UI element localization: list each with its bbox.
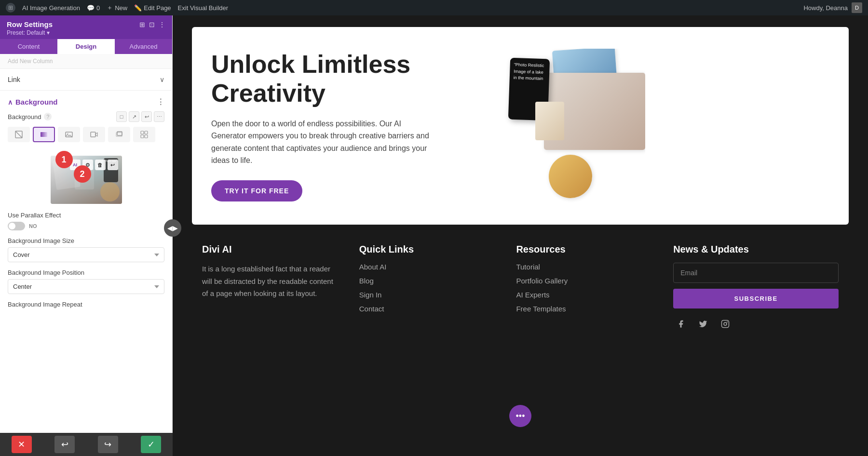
bg-size-select[interactable]: Cover Contain Auto [8,247,164,262]
wp-logo[interactable]: ⊞ [6,3,15,13]
hero-wrapper: Unlock Limitless Creativity Open the doo… [173,15,868,225]
pencil-icon: ✏️ [134,4,142,12]
bg-collapse-icon[interactable]: ∧ [8,98,13,106]
comment-icon: 💬 [87,4,95,12]
row-settings-sidebar: Row Settings ⊞ ⊡ ⋮ Preset: Default ▾ Con… [0,15,173,456]
bg-type-row [8,127,164,142]
bg-type-pattern[interactable] [133,127,155,142]
video-icon [90,130,98,139]
chevron-down-icon[interactable]: ∨ [160,76,164,83]
badge-2: 2 [74,165,91,183]
footer-inner: Divi AI It is a long established fact th… [183,244,858,332]
footer-link-ai-experts[interactable]: AI Experts [516,291,654,299]
none-icon [14,130,23,139]
hero-subtitle: Open the door to a world of endless poss… [211,118,433,167]
email-input[interactable] [673,263,839,283]
instagram-icon[interactable] [718,316,733,332]
bg-repeat-label: Background Image Repeat [8,301,164,308]
sidebar-bottom-bar: ✕ ↩ ↪ ✓ [0,433,173,456]
panel-collapse-btn[interactable]: ◀▶ [173,219,181,237]
hero-title: Unlock Limitless Creativity [211,50,462,108]
bg-type-none[interactable] [8,127,30,142]
image-preview-area: 1 Photo lake [8,149,164,204]
admin-bar: ⊞ AI Image Generation 💬 0 ＋ New ✏️ Edit … [0,0,868,15]
admin-avatar: D [852,2,862,13]
overlay-icon [115,130,123,139]
tab-content[interactable]: Content [0,39,57,54]
add-new-link[interactable]: ＋ New [107,3,127,12]
footer-link-blog[interactable]: Blog [359,277,497,285]
howdy-text: Howdy, Deanna [803,4,848,12]
sidebar-header: Row Settings ⊞ ⊡ ⋮ Preset: Default ▾ [0,15,172,39]
footer-link-about-ai[interactable]: About AI [359,263,497,271]
close-button[interactable]: ✕ [12,436,32,453]
thumb-delete-btn[interactable]: 🗑 [95,160,106,170]
subscribe-button[interactable]: SUBSCRIBE [673,289,839,308]
footer-link-signin[interactable]: Sign In [359,291,497,299]
admin-bar-left: ⊞ AI Image Generation 💬 0 ＋ New ✏️ Edit … [6,3,796,13]
footer-col-2: Quick Links About AI Blog Sign In Contac… [359,244,497,332]
svg-rect-7 [117,132,122,135]
bg-position-select[interactable]: Center Top Left Top Center Top Right Bot… [8,279,164,294]
hero-cta-button[interactable]: TRY IT FOR FREE [211,180,302,201]
tab-design[interactable]: Design [57,39,115,54]
parallax-label: Use Parallax Effect [8,212,164,219]
bg-ctrl-arrow[interactable]: ↗ [129,111,139,122]
footer-link-contact[interactable]: Contact [359,305,497,313]
footer-link-portfolio[interactable]: Portfolio Gallery [516,277,654,285]
bg-type-image[interactable] [58,127,80,142]
footer-col1-title: Divi AI [202,244,340,255]
facebook-icon[interactable] [673,316,689,332]
bg-help-icon[interactable]: ? [44,113,52,121]
bg-label-row: Background ? □ ↗ ↩ ⋯ [8,111,164,122]
save-button[interactable]: ✓ [141,436,161,453]
exit-builder-link[interactable]: Exit Visual Builder [178,4,229,12]
bg-size-row: Background Image Size Cover Contain Auto [8,237,164,262]
svg-rect-2 [41,132,47,137]
plus-icon: ＋ [107,3,113,12]
undo-button[interactable]: ↩ [54,436,75,453]
bg-more-icon[interactable]: ⋮ [157,97,164,107]
svg-rect-11 [145,135,148,138]
redo-button[interactable]: ↪ [98,436,118,453]
preview-container: 1 Photo lake [51,156,122,204]
background-section: ∧ Background ⋮ Background ? □ ↗ ↩ ⋯ [0,91,172,322]
bg-type-video[interactable] [83,127,105,142]
social-icons [673,316,839,332]
bg-type-gradient[interactable] [33,127,55,142]
site-name[interactable]: AI Image Generation [22,4,80,12]
sidebar-icon-1[interactable]: ⊞ [139,21,145,28]
pattern-icon [140,130,149,139]
parallax-value: NO [29,223,37,229]
bg-ctrl-undo[interactable]: ↩ [141,111,152,122]
bg-field-label: Background [8,113,41,121]
comment-count-wrapper[interactable]: 💬 0 [87,4,100,12]
preset-label[interactable]: Preset: Default ▾ [7,29,165,36]
parallax-toggle[interactable] [8,222,25,230]
bg-size-label: Background Image Size [8,237,164,244]
svg-rect-10 [141,135,144,138]
badge-1: 1 [55,151,73,168]
tab-advanced[interactable]: Advanced [115,39,172,54]
thumb-undo-btn[interactable]: ↩ [108,160,118,170]
bg-ctrl-more[interactable]: ⋯ [154,111,164,122]
main-layout: Row Settings ⊞ ⊡ ⋮ Preset: Default ▾ Con… [0,15,868,456]
bg-controls: □ ↗ ↩ ⋯ [116,111,164,122]
float-actions-button[interactable]: ••• [509,405,531,427]
bg-type-overlay[interactable] [108,127,130,142]
hero-img-3 [549,155,592,198]
bg-ctrl-square[interactable]: □ [116,111,127,122]
hero-card-text: "Photo Reslistic Image of a lake in the … [514,62,546,82]
bg-section-title: ∧ Background ⋮ [8,97,164,107]
edit-page-link[interactable]: ✏️ Edit Page [134,4,171,12]
admin-bar-right: Howdy, Deanna D [803,2,862,13]
bg-repeat-row: Background Image Repeat [8,301,164,308]
background-label: Background [15,98,58,106]
footer-link-free-templates[interactable]: Free Templates [516,305,654,313]
footer-link-tutorial[interactable]: Tutorial [516,263,654,271]
twitter-icon[interactable] [695,316,711,332]
svg-point-13 [724,322,727,325]
sidebar-icon-2[interactable]: ⊡ [149,21,155,28]
sidebar-more-icon[interactable]: ⋮ [159,21,165,28]
link-section: Link ∨ [0,69,172,91]
